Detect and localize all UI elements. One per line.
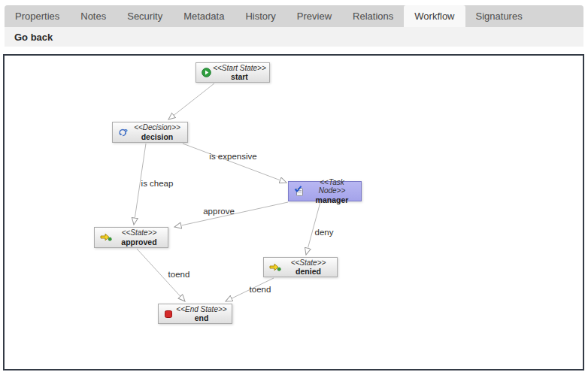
tab-history[interactable]: History (235, 5, 286, 27)
tab-relations[interactable]: Relations (342, 5, 404, 27)
node-end[interactable]: <<End State>> end (158, 304, 232, 324)
node-manager[interactable]: <<Task Node>> manager (288, 181, 362, 201)
node-name: end (174, 313, 229, 322)
node-stereotype: <<State>> (114, 228, 165, 237)
app-window: Properties Notes Security Metadata Histo… (0, 0, 588, 378)
node-name: approved (114, 237, 165, 246)
edge-label-toend-denied: toend (250, 285, 271, 294)
node-approved[interactable]: <<State>> approved (94, 227, 168, 248)
edge-decision-manager (183, 144, 286, 183)
tab-workflow[interactable]: Workflow (404, 5, 465, 27)
tab-metadata[interactable]: Metadata (173, 5, 235, 27)
node-stereotype: <<End State>> (174, 305, 229, 314)
node-start[interactable]: <<Start State>> start (195, 62, 270, 83)
node-stereotype: <<State>> (283, 259, 334, 268)
node-name: decision (130, 132, 184, 141)
workflow-edges (5, 56, 583, 369)
task-icon (294, 186, 305, 197)
tab-security[interactable]: Security (117, 5, 173, 27)
tab-signatures[interactable]: Signatures (465, 5, 533, 27)
go-back-button[interactable]: Go back (14, 32, 53, 43)
node-name: start (213, 72, 266, 81)
node-denied[interactable]: <<State>> denied (263, 257, 338, 277)
decision-icon: ? (118, 127, 129, 138)
node-stereotype: <<Start State>> (213, 64, 266, 73)
svg-text:?: ? (123, 128, 128, 135)
edge-start-decision (168, 83, 214, 119)
workflow-canvas[interactable]: <<Start State>> start ? <<Decision>> dec… (3, 54, 584, 370)
state-icon (100, 233, 112, 242)
tab-preview[interactable]: Preview (286, 5, 342, 27)
node-decision[interactable]: ? <<Decision>> decision (112, 122, 188, 143)
edge-label-is-cheap: is cheap (141, 179, 174, 188)
node-name: denied (283, 267, 334, 276)
workflow-toolbar: Go back (5, 27, 583, 47)
node-stereotype: <<Decision>> (130, 123, 184, 132)
state-icon (269, 263, 281, 272)
edge-label-deny: deny (315, 228, 334, 237)
start-icon (202, 68, 211, 77)
tab-properties[interactable]: Properties (5, 5, 70, 27)
tab-bar: Properties Notes Security Metadata Histo… (5, 5, 583, 27)
edge-label-approve: approve (203, 207, 235, 216)
tab-notes[interactable]: Notes (70, 5, 117, 27)
edge-label-is-expensive: is expensive (209, 152, 256, 161)
edge-label-toend-approved: toend (168, 270, 190, 279)
node-name: manager (306, 195, 358, 204)
node-stereotype: <<Task Node>> (306, 178, 358, 195)
end-icon (164, 310, 173, 319)
